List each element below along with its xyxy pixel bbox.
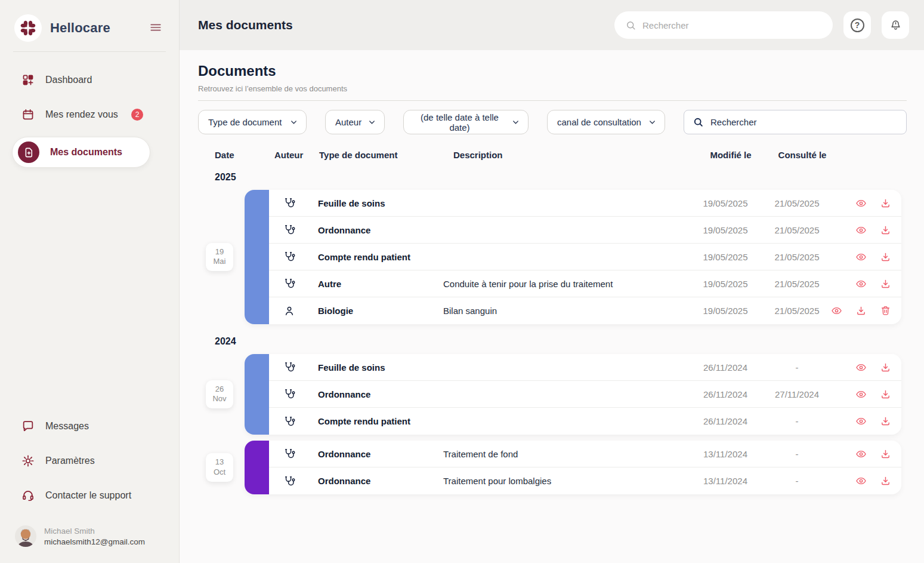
stethoscope-icon [269,278,318,290]
document-row[interactable]: BiologieBilan sanguin19/05/202521/05/202… [269,297,901,324]
sidebar-item-support[interactable]: Contacter le support [12,483,167,508]
table-header: Date Auteur Type de document Description… [198,150,907,160]
eye-icon[interactable] [855,389,867,400]
download-icon[interactable] [880,389,891,400]
document-card: Feuille de soins26/11/2024-Ordonnance26/… [245,354,901,435]
download-icon[interactable] [855,305,867,316]
sidebar-footer-nav: Messages Paramètres Contacter le support [0,398,179,510]
filters-row: Type de document Auteur (de telle date à… [198,110,907,134]
eye-icon[interactable] [855,278,867,290]
consulted-date: - [761,416,833,426]
filter-date-range[interactable]: (de telle date à telle date) [403,110,529,134]
sidebar-item-rendezvous[interactable]: Mes rendez vous 2 [12,102,167,127]
row-actions [833,224,901,236]
stethoscope-icon [269,475,318,487]
page-subtitle: Retrouvez ici l’ensemble de vos document… [198,84,907,93]
user-profile[interactable]: Michael Smith michaelsmith12@gmail.com [0,510,179,563]
row-actions [833,198,901,209]
download-icon[interactable] [880,475,891,487]
bell-icon [889,19,903,32]
year-label: 2025 [198,172,907,183]
filter-document-type[interactable]: Type de document [198,110,307,134]
download-icon[interactable] [880,416,891,427]
eye-icon[interactable] [855,224,867,236]
menu-toggle-icon[interactable] [147,19,165,38]
document-row[interactable]: OrdonnanceTraitement de fond13/11/2024- [269,441,901,467]
download-icon[interactable] [880,362,891,373]
document-description: Traitement pour lombalgies [443,476,690,486]
eye-icon[interactable] [855,448,867,460]
document-group: 13OctOrdonnanceTraitement de fond13/11/2… [245,441,901,494]
sidebar-item-documents[interactable]: Mes documents [12,137,150,168]
download-icon[interactable] [880,224,891,236]
modified-date: 19/05/2025 [690,198,761,208]
brand-name: Hellocare [50,20,138,36]
eye-icon[interactable] [831,305,842,316]
document-row[interactable]: Compte rendu patient26/11/2024- [269,408,901,435]
eye-icon[interactable] [855,362,867,373]
stethoscope-icon [269,388,318,400]
year-label: 2024 [198,336,907,347]
consulted-date: 21/05/2025 [761,198,833,208]
document-row[interactable]: Ordonnance19/05/202521/05/2025 [269,217,901,244]
document-row[interactable]: Ordonnance26/11/202427/11/2024 [269,381,901,408]
eye-icon[interactable] [855,416,867,427]
filter-label: Type de document [208,117,282,127]
global-search[interactable] [614,11,833,39]
sidebar-item-dashboard[interactable]: Dashboard [12,67,167,93]
sidebar-item-messages[interactable]: Messages [12,414,167,439]
document-row[interactable]: Feuille de soins26/11/2024- [269,354,901,381]
patient-author-icon [269,305,318,317]
filter-label: Auteur [335,117,361,127]
help-button[interactable] [843,11,871,39]
row-actions [833,362,901,373]
eye-icon[interactable] [855,475,867,487]
sidebar-nav: Dashboard Mes rendez vous 2 Mes document… [0,52,179,168]
download-icon[interactable] [880,251,891,263]
filter-consultation-channel[interactable]: canal de consultation [547,110,665,134]
document-type: Ordonnance [318,389,443,399]
filter-label: canal de consultation [557,117,641,127]
row-actions [833,278,901,290]
download-icon[interactable] [880,198,891,209]
avatar [14,525,37,547]
stethoscope-icon [269,361,318,373]
row-actions [833,389,901,400]
row-actions [833,251,901,263]
document-row[interactable]: Feuille de soins19/05/202521/05/2025 [269,190,901,217]
stethoscope-icon [269,251,318,263]
document-card: OrdonnanceTraitement de fond13/11/2024-O… [245,441,901,494]
eye-icon[interactable] [855,251,867,263]
document-row[interactable]: OrdonnanceTraitement pour lombalgies13/1… [269,467,901,494]
eye-icon[interactable] [855,198,867,209]
consulted-date: 21/05/2025 [761,279,833,289]
filter-author[interactable]: Auteur [325,110,385,134]
document-group: 26NovFeuille de soins26/11/2024-Ordonnan… [245,354,901,435]
sidebar-item-label: Mes rendez vous [45,109,118,120]
column-modified: Modifié le [695,150,767,160]
document-type: Compte rendu patient [318,416,443,426]
consulted-date: - [761,362,833,373]
documents-search[interactable] [684,110,907,134]
document-row[interactable]: Compte rendu patient19/05/202521/05/2025 [269,244,901,270]
content: Documents Retrouvez ici l’ensemble de vo… [180,50,924,563]
sidebar-item-label: Mes documents [50,147,122,158]
consulted-date: 21/05/2025 [761,225,833,235]
document-row[interactable]: AutreConduite à tenir pour la prise du t… [269,270,901,297]
page-header-title: Mes documents [198,18,293,32]
documents-search-input[interactable] [710,117,898,127]
sidebar-item-parametres[interactable]: Paramètres [12,448,167,473]
document-card: Feuille de soins19/05/202521/05/2025Ordo… [245,190,901,324]
row-actions [833,475,901,487]
modified-date: 26/11/2024 [690,416,761,426]
global-search-input[interactable] [642,20,822,30]
rendezvous-count-badge: 2 [131,109,143,121]
download-icon[interactable] [880,278,891,290]
download-icon[interactable] [880,448,891,460]
document-group: 19MaiFeuille de soins19/05/202521/05/202… [245,190,901,324]
document-type: Ordonnance [318,449,443,459]
trash-icon[interactable] [880,305,891,316]
search-icon [693,116,704,128]
notifications-button[interactable] [882,11,909,39]
page-title: Documents [198,63,907,79]
